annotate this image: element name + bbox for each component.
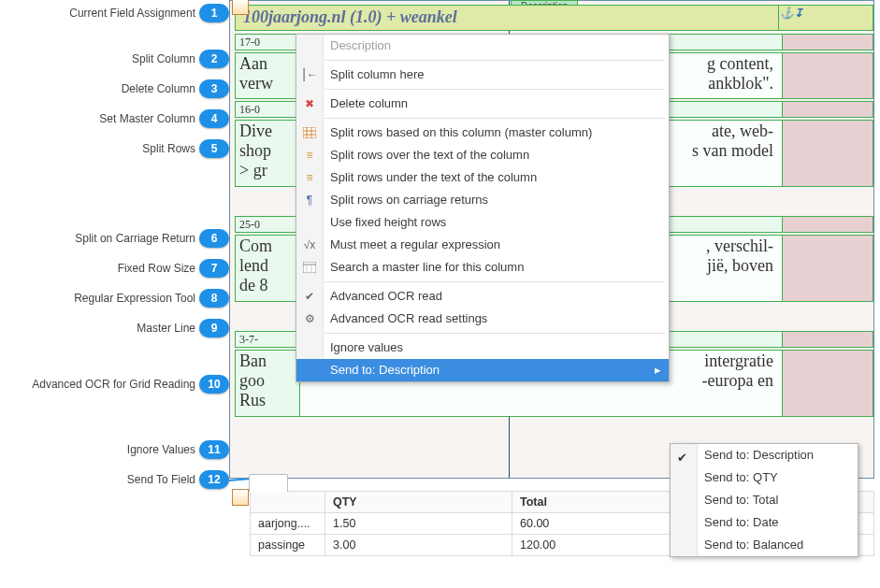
callout-5: Split Rows5 — [0, 139, 229, 158]
c: lend — [239, 256, 268, 275]
regex-icon: √x — [302, 237, 317, 252]
td: aarjong.... — [251, 513, 325, 535]
menu-advanced-ocr[interactable]: ✔Advanced OCR read — [296, 285, 669, 308]
callout-8-num: 8 — [199, 289, 229, 308]
grid-tool-icon[interactable] — [232, 0, 249, 15]
c: Ban — [239, 351, 267, 370]
submenu-arrow-icon: ▸ — [655, 359, 661, 381]
menu-header-text: Description — [330, 38, 391, 52]
submenu-send-total[interactable]: Send to: Total — [671, 489, 858, 511]
c — [782, 351, 873, 416]
c: s van model — [692, 141, 773, 160]
callout-11: Ignore Values11 — [0, 440, 229, 459]
menu-master-line[interactable]: Search a master line for this column — [296, 256, 669, 279]
callout-8: Regular Expression Tool8 — [0, 289, 229, 308]
menu-split-rows-over[interactable]: ≡Split rows over the text of the column — [296, 144, 669, 166]
c: 3-7- — [236, 332, 300, 347]
mi-label: Split rows on carriage returns — [330, 193, 488, 207]
callout-7-num: 7 — [199, 259, 229, 278]
mi-label: Split rows under the text of the column — [330, 170, 537, 184]
mi-label: Must meet a regular expression — [330, 237, 500, 251]
c: intergratie — [704, 351, 773, 370]
svg-rect-0 — [303, 127, 316, 138]
menu-fixed-height-rows[interactable]: Use fixed height rows — [296, 211, 669, 234]
callout-10: Advanced OCR for Grid Reading10 — [0, 375, 229, 394]
callout-1: Current Field Assignment1 — [0, 4, 229, 22]
anchor-icon[interactable]: ⚓↧ — [780, 2, 803, 24]
c: ankblok". — [708, 74, 773, 93]
submenu-send-date[interactable]: Send to: Date — [671, 511, 858, 534]
send-to-submenu: ✔Send to: Description Send to: QTY Send … — [670, 443, 858, 557]
callout-6-label: Split on Carriage Return — [75, 232, 195, 245]
td: 1.50 — [325, 513, 512, 535]
menu-sep — [325, 118, 665, 119]
check-icon: ✔ — [302, 289, 317, 304]
callout-2-num: 2 — [199, 50, 229, 68]
mi-label: Send to: QTY — [704, 470, 778, 484]
callout-1-num: 1 — [199, 4, 229, 22]
mi-label: Send to: Balanced — [704, 538, 803, 552]
c — [782, 121, 873, 186]
td: passinge — [251, 535, 325, 556]
callout-9: Master Line9 — [0, 319, 229, 337]
td: 3.00 — [325, 535, 512, 556]
blank-icon — [302, 215, 317, 230]
callout-5-num: 5 — [199, 139, 229, 158]
c: jië, boven — [707, 256, 773, 275]
callout-11-num: 11 — [199, 440, 229, 459]
callout-3-num: 3 — [199, 79, 229, 98]
c — [782, 217, 873, 232]
table-icon — [302, 125, 317, 140]
menu-delete-column[interactable]: ✖Delete column — [296, 93, 669, 115]
title-column-sep — [778, 6, 779, 30]
c: Com — [239, 237, 272, 255]
document-title-text: 100jaarjong.nl (1.0) + weankel — [243, 7, 457, 26]
menu-split-column-here[interactable]: ⎮←Split column here — [296, 64, 669, 86]
callout-7-label: Fixed Row Size — [118, 262, 195, 275]
menu-regex[interactable]: √xMust meet a regular expression — [296, 234, 669, 256]
callout-8-label: Regular Expression Tool — [74, 292, 195, 305]
rows-over-icon: ≡ — [302, 148, 317, 163]
submenu-send-description[interactable]: ✔Send to: Description — [671, 444, 858, 466]
results-grid-icon[interactable] — [232, 489, 249, 506]
menu-send-to[interactable]: Send to: Description▸ — [296, 359, 669, 381]
c — [782, 35, 873, 50]
c — [782, 332, 873, 347]
c — [782, 53, 873, 98]
blank-icon — [302, 340, 317, 355]
callout-5-label: Split Rows — [142, 142, 195, 155]
menu-advanced-ocr-settings[interactable]: ⚙Advanced OCR read settings — [296, 308, 669, 330]
results-tab[interactable] — [249, 474, 288, 492]
pilcrow-icon: ¶ — [302, 193, 317, 208]
menu-ignore-values[interactable]: Ignore values — [296, 337, 669, 359]
menu-split-carriage-return[interactable]: ¶Split rows on carriage returns — [296, 189, 669, 211]
split-icon: ⎮← — [302, 67, 317, 82]
callout-3: Delete Column3 — [0, 79, 229, 98]
c — [782, 102, 873, 117]
mi-label: Send to: Description — [330, 363, 440, 377]
submenu-send-qty[interactable]: Send to: QTY — [671, 466, 858, 489]
callout-1-label: Current Field Assignment — [69, 7, 195, 20]
submenu-send-balanced[interactable]: Send to: Balanced — [671, 534, 858, 556]
c: Rus — [239, 391, 266, 409]
th-blank[interactable] — [251, 492, 325, 513]
mi-label: Split column here — [330, 67, 424, 81]
mi-label: Ignore values — [330, 340, 403, 354]
menu-sep — [325, 60, 665, 61]
callout-12-label: Send To Field — [127, 473, 195, 486]
th-qty[interactable]: QTY — [325, 492, 512, 513]
mi-label: Split rows based on this column (master … — [330, 125, 592, 139]
c — [782, 236, 873, 301]
callout-12: Send To Field12 — [0, 470, 229, 489]
menu-split-rows-under[interactable]: ≡Split rows under the text of the column — [296, 166, 669, 189]
c: shop — [239, 141, 271, 160]
c: g content, — [707, 54, 773, 73]
mi-label: Use fixed height rows — [330, 215, 446, 229]
menu-master-column[interactable]: Split rows based on this column (master … — [296, 122, 669, 144]
callout-4-num: 4 — [199, 109, 229, 128]
mi-label: Delete column — [330, 96, 408, 110]
callout-12-num: 12 — [199, 470, 229, 489]
c: goo — [239, 371, 265, 390]
c: 25-0 — [236, 217, 300, 232]
callout-9-num: 9 — [199, 319, 229, 337]
